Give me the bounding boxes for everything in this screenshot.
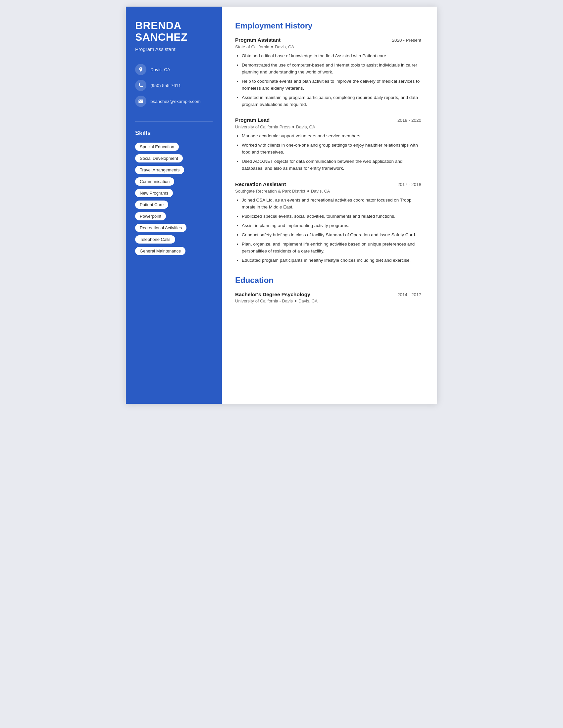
bullet-1-3: Help to coordinate events and plan activ…: [242, 78, 421, 92]
email-text: bsanchez@example.com: [150, 99, 201, 104]
bullet-3-6: Educated program participants in healthy…: [242, 257, 421, 264]
job-company-3: Southgate Recreation & Park District Dav…: [235, 189, 421, 194]
bullet-3-5: Plan, organize, and implement life enric…: [242, 241, 421, 255]
edu-block-1: Bachelor's Degree Psychology 2014 - 2017…: [235, 292, 421, 303]
skill-patient-care: Patient Care: [135, 201, 168, 209]
company-name-2: University of California Press: [235, 124, 291, 129]
email-icon: [135, 96, 146, 107]
bullet-2-1: Manage academic support volunteers and s…: [242, 133, 421, 140]
job-program-assistant: Program Assistant 2020 - Present State o…: [235, 37, 421, 108]
education-heading: Education: [235, 276, 421, 285]
bullet-3-1: Joined CSA Ltd. as an events and recreat…: [242, 197, 421, 211]
job-header-1: Program Assistant 2020 - Present: [235, 37, 421, 43]
school-name-1: University of California - Davis: [235, 298, 293, 303]
job-dates-1: 2020 - Present: [392, 38, 421, 43]
skill-telephone-calls: Telephone Calls: [135, 235, 175, 244]
bullet-1-1: Obtained critical base of knowledge in t…: [242, 53, 421, 60]
job-dates-3: 2017 - 2018: [398, 182, 421, 187]
skill-new-programs: New Programs: [135, 189, 173, 197]
bullet-3-4: Conduct safety briefings in class of fac…: [242, 232, 421, 239]
resume-container: BRENDASANCHEZ Program Assistant Davis, C…: [126, 7, 437, 404]
contact-section: Davis, CA (950) 555-7611 bsanchez@exampl…: [135, 64, 212, 107]
job-header-3: Recreation Assistant 2017 - 2018: [235, 181, 421, 187]
phone-text: (950) 555-7611: [150, 83, 181, 88]
dot-3: [307, 190, 309, 192]
candidate-title: Program Assistant: [135, 46, 212, 52]
bullet-3-3: Assist in planning and implementing acti…: [242, 222, 421, 229]
skill-communication: Communication: [135, 177, 174, 186]
sidebar: BRENDASANCHEZ Program Assistant Davis, C…: [126, 7, 222, 404]
job-bullets-3: Joined CSA Ltd. as an events and recreat…: [235, 197, 421, 264]
company-location-3: Davis, CA: [311, 189, 330, 194]
job-company-2: University of California Press Davis, CA: [235, 124, 421, 129]
school-location-1: Davis, CA: [299, 298, 318, 303]
skills-heading: Skills: [135, 130, 212, 137]
edu-dates-1: 2014 - 2017: [398, 292, 421, 297]
candidate-name: BRENDASANCHEZ: [135, 20, 212, 43]
dot-edu: [295, 300, 297, 302]
job-recreation-assistant: Recreation Assistant 2017 - 2018 Southga…: [235, 181, 421, 264]
skill-recreational-activities: Recreational Activities: [135, 224, 186, 232]
skill-general-maintenance: General Maintenance: [135, 247, 185, 255]
bullet-1-2: Demonstrated the use of computer-based a…: [242, 62, 421, 76]
job-program-lead: Program Lead 2018 - 2020 University of C…: [235, 117, 421, 172]
company-location-1: Davis, CA: [275, 44, 294, 49]
email-item: bsanchez@example.com: [135, 96, 212, 107]
bullet-1-4: Assisted in maintaining program particip…: [242, 94, 421, 108]
job-header-2: Program Lead 2018 - 2020: [235, 117, 421, 123]
skills-list: Special Education Social Development Tra…: [135, 143, 212, 255]
edu-header-1: Bachelor's Degree Psychology 2014 - 2017: [235, 292, 421, 297]
job-bullets-1: Obtained critical base of knowledge in t…: [235, 53, 421, 108]
job-title-1: Program Assistant: [235, 37, 280, 43]
edu-degree-1: Bachelor's Degree Psychology: [235, 292, 310, 297]
bullet-2-3: Used ADO.NET objects for data communicat…: [242, 158, 421, 172]
employment-heading: Employment History: [235, 21, 421, 30]
dot-1: [271, 46, 273, 48]
phone-icon: [135, 80, 146, 91]
company-name-1: State of California: [235, 44, 269, 49]
company-name-3: Southgate Recreation & Park District: [235, 189, 305, 194]
location-icon: [135, 64, 146, 75]
location-text: Davis, CA: [150, 67, 170, 72]
skill-special-education: Special Education: [135, 143, 179, 151]
phone-item: (950) 555-7611: [135, 80, 212, 91]
bullet-3-2: Publicized special events, social activi…: [242, 213, 421, 220]
edu-school-1: University of California - Davis Davis, …: [235, 298, 421, 303]
job-title-2: Program Lead: [235, 117, 269, 123]
job-dates-2: 2018 - 2020: [398, 118, 421, 123]
job-company-1: State of California Davis, CA: [235, 44, 421, 49]
bullet-2-2: Worked with clients in one-on-one and gr…: [242, 142, 421, 156]
main-content: Employment History Program Assistant 202…: [222, 7, 437, 404]
skill-travel-arrangements: Travel Arrangements: [135, 166, 184, 174]
dot-2: [293, 126, 294, 128]
job-title-3: Recreation Assistant: [235, 181, 286, 187]
skill-social-development: Social Development: [135, 154, 183, 162]
job-bullets-2: Manage academic support volunteers and s…: [235, 133, 421, 172]
company-location-2: Davis, CA: [296, 124, 315, 129]
skill-powerpoint: Powerpoint: [135, 212, 166, 220]
location-item: Davis, CA: [135, 64, 212, 75]
sidebar-divider: [135, 121, 212, 122]
